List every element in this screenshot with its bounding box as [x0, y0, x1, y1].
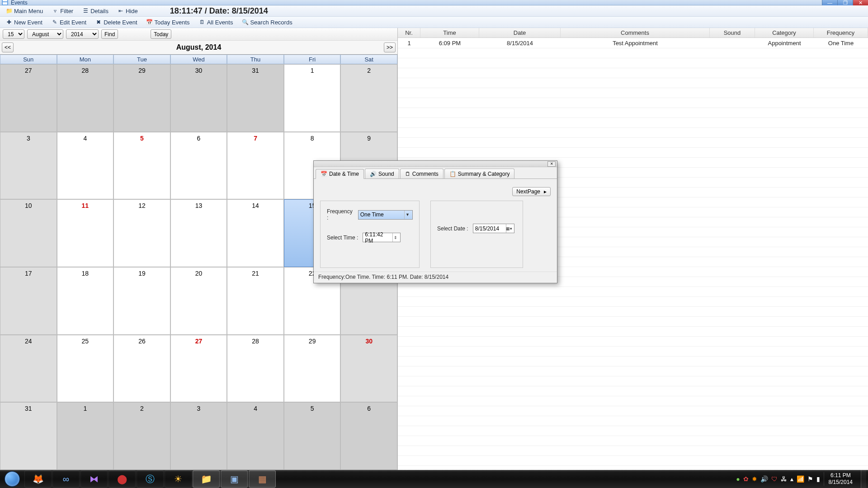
cal-cell[interactable]: 1: [57, 402, 114, 470]
col-date[interactable]: Date: [479, 28, 561, 38]
find-button[interactable]: Find: [101, 29, 118, 39]
cal-cell[interactable]: 30: [340, 335, 397, 403]
task-explorer[interactable]: 📁: [193, 470, 220, 488]
cal-cell[interactable]: 12: [113, 199, 170, 267]
next-month-button[interactable]: >>: [384, 42, 396, 52]
table-row[interactable]: 16:09 PM8/15/2014Test AppointmentAppoint…: [398, 38, 868, 48]
volume-icon[interactable]: 🔊: [760, 475, 768, 483]
tab-sound[interactable]: 🔊 Sound: [365, 169, 399, 178]
cal-cell[interactable]: 7: [227, 132, 284, 200]
cal-cell[interactable]: 24: [0, 335, 57, 403]
show-desktop-button[interactable]: [861, 470, 866, 488]
task-visualstudio[interactable]: ⧓: [80, 470, 108, 488]
year-select[interactable]: 2014: [66, 29, 99, 39]
tab-comments[interactable]: 🗒 Comments: [400, 169, 443, 178]
battery-icon[interactable]: ▮: [816, 475, 820, 483]
cal-cell[interactable]: 4: [227, 402, 284, 470]
wifi-icon[interactable]: 📶: [797, 475, 804, 483]
new-event-button[interactable]: ✚ New Event: [2, 18, 47, 27]
tray-icon[interactable]: ●: [736, 475, 740, 483]
cal-cell[interactable]: 19: [113, 267, 170, 335]
tray-clock[interactable]: 6:11 PM 8/15/2014: [824, 472, 857, 486]
chevron-up-icon[interactable]: ▴: [790, 475, 793, 483]
cal-cell[interactable]: 11: [57, 199, 114, 267]
tab-datetime[interactable]: 📅 Date & Time: [316, 169, 364, 179]
frequency-select[interactable]: One Time ▼: [358, 210, 413, 220]
start-button[interactable]: [0, 470, 24, 488]
delete-event-button[interactable]: ✖ Delete Event: [91, 18, 141, 27]
window-controls: — ❐ ✕: [822, 0, 868, 5]
cal-cell[interactable]: 13: [170, 199, 227, 267]
all-events-button[interactable]: 🗓 All Events: [195, 18, 237, 27]
next-page-button[interactable]: NextPage ▸: [512, 187, 551, 196]
col-frequency[interactable]: Frequency: [814, 28, 868, 38]
maximize-button[interactable]: ❐: [837, 0, 853, 5]
day-select[interactable]: 15: [3, 29, 24, 39]
cal-cell[interactable]: 3: [0, 132, 57, 200]
col-nr[interactable]: Nr.: [398, 28, 420, 38]
today-button[interactable]: Today: [151, 29, 171, 39]
cal-cell[interactable]: 26: [113, 335, 170, 403]
network-icon[interactable]: 🖧: [781, 475, 787, 483]
cal-cell[interactable]: 30: [170, 64, 227, 132]
cal-cell[interactable]: 4: [57, 132, 114, 200]
cal-cell[interactable]: 5: [284, 402, 341, 470]
task-app1[interactable]: ▣: [221, 470, 248, 488]
cal-cell[interactable]: 21: [227, 267, 284, 335]
tray-icon[interactable]: 🛡: [771, 475, 778, 483]
cal-cell[interactable]: 27: [0, 64, 57, 132]
today-events-button[interactable]: 📅 Today Events: [142, 18, 194, 27]
cal-cell[interactable]: 5: [113, 132, 170, 200]
cal-cell[interactable]: 6: [170, 132, 227, 200]
cal-cell[interactable]: 2: [113, 402, 170, 470]
cal-cell[interactable]: 27: [170, 335, 227, 403]
cal-cell[interactable]: 29: [284, 335, 341, 403]
task-record[interactable]: ⬤: [108, 470, 136, 488]
col-time[interactable]: Time: [420, 28, 479, 38]
cal-cell-number: 27: [0, 67, 57, 74]
cal-cell[interactable]: 17: [0, 267, 57, 335]
search-records-button[interactable]: 🔍 Search Records: [238, 18, 296, 27]
cal-cell[interactable]: 6: [340, 402, 397, 470]
cal-cell[interactable]: 31: [0, 402, 57, 470]
cal-cell[interactable]: 25: [57, 335, 114, 403]
cal-cell[interactable]: 1: [284, 64, 341, 132]
task-app2[interactable]: ▦: [249, 470, 276, 488]
cal-cell[interactable]: 20: [170, 267, 227, 335]
cal-cell[interactable]: 10: [0, 199, 57, 267]
tray-icons[interactable]: ● ✿ ✸ 🔊 🛡 🖧 ▴ 📶 ⚑ ▮: [736, 475, 820, 483]
form-icon: ▦: [258, 474, 267, 484]
cal-cell[interactable]: 14: [227, 199, 284, 267]
close-button[interactable]: ✕: [853, 0, 868, 5]
task-skype[interactable]: Ⓢ: [137, 470, 164, 488]
col-comments[interactable]: Comments: [561, 28, 710, 38]
col-category[interactable]: Category: [755, 28, 814, 38]
month-select[interactable]: August: [27, 29, 63, 39]
dialog-title-bar[interactable]: ✕: [314, 161, 557, 167]
flag-icon[interactable]: ⚑: [807, 475, 813, 483]
cal-cell[interactable]: 2: [340, 64, 397, 132]
cal-cell[interactable]: 28: [227, 335, 284, 403]
minimize-button[interactable]: —: [822, 0, 837, 5]
cal-cell[interactable]: 18: [57, 267, 114, 335]
details-button[interactable]: ☰ Details: [78, 6, 113, 16]
edit-event-button[interactable]: ✎ Edit Event: [47, 18, 90, 27]
task-weather[interactable]: ☀: [165, 470, 192, 488]
tray-icon[interactable]: ✿: [743, 475, 749, 483]
prev-month-button[interactable]: <<: [2, 42, 14, 52]
cal-cell[interactable]: 3: [170, 402, 227, 470]
task-infinity[interactable]: ∞: [52, 470, 80, 488]
col-sound[interactable]: Sound: [710, 28, 755, 38]
tray-icon[interactable]: ✸: [752, 475, 757, 483]
filter-button[interactable]: ▿ Filter: [48, 6, 77, 16]
date-input[interactable]: 8/15/2014 ▦▾: [473, 224, 514, 233]
dialog-close-button[interactable]: ✕: [547, 161, 556, 167]
main-menu-button[interactable]: 📁 Main Menu: [2, 6, 47, 16]
tab-summary[interactable]: 📋 Summary & Category: [444, 169, 515, 178]
cal-cell[interactable]: 29: [113, 64, 170, 132]
cal-cell[interactable]: 31: [227, 64, 284, 132]
time-input[interactable]: 6:11:42 PM ⇕: [363, 233, 401, 242]
task-firefox[interactable]: 🦊: [24, 470, 52, 488]
cal-cell[interactable]: 28: [57, 64, 114, 132]
hide-button[interactable]: ⇤ Hide: [113, 6, 142, 16]
